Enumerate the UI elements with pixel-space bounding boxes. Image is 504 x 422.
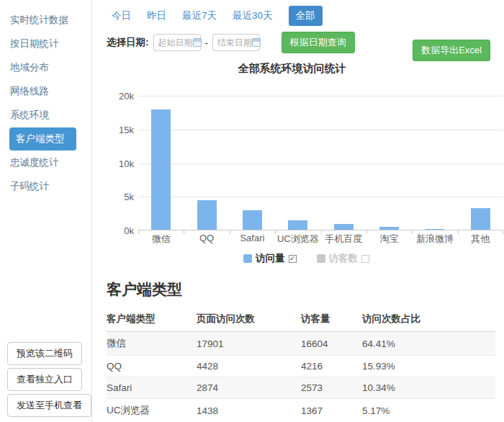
tab-2[interactable]: 最近7天	[182, 6, 217, 26]
sidebar-footer-button-0[interactable]: 预览该二维码	[7, 342, 82, 365]
sidebar-item-6[interactable]: 忠诚度统计	[0, 151, 91, 174]
x-axis-category-label-1: QQ	[184, 233, 229, 246]
y-axis-tick-label: 20k	[107, 91, 134, 102]
calendar-icon[interactable]	[252, 38, 261, 47]
x-axis-category-label-7: 其他	[458, 233, 503, 246]
sidebar-footer-button-1[interactable]: 查看独立入口	[7, 368, 82, 391]
calendar-icon[interactable]	[193, 38, 202, 47]
x-axis-category-label-4: 手机百度	[321, 233, 366, 246]
tab-3[interactable]: 最近30天	[233, 6, 273, 26]
export-excel-button[interactable]: 数据导出Excel	[413, 40, 490, 61]
table-column-header-0: 客户端类型	[107, 307, 197, 332]
start-date-input[interactable]: 起始日期	[153, 34, 201, 51]
table-cell-1-2: 4216	[301, 356, 362, 377]
sidebar-item-7[interactable]: 子码统计	[0, 175, 91, 198]
tab-4[interactable]: 全部	[289, 6, 323, 26]
table-cell-2-3: 10.34%	[362, 377, 495, 399]
y-axis-tick-label: 5k	[107, 192, 134, 202]
table-cell-3-3: 5.17%	[362, 399, 495, 422]
legend-checkbox-icon[interactable]	[361, 255, 369, 263]
legend-swatch-icon	[317, 254, 325, 263]
date-filter-label: 选择日期:	[107, 36, 149, 49]
table-cell-2-2: 2573	[301, 377, 362, 399]
legend-checkbox-icon[interactable]: ✓	[289, 255, 297, 263]
chart-plot-area	[138, 96, 503, 230]
x-axis-category-label-3: UC浏览器	[275, 233, 320, 246]
x-axis-category-label-5: 淘宝	[366, 233, 412, 246]
bar-2[interactable]	[243, 210, 262, 230]
table-cell-0-3: 64.41%	[362, 332, 495, 356]
bar-7[interactable]	[471, 208, 490, 230]
chart-title: 全部系统环境访问统计	[109, 62, 474, 76]
table-cell-1-0: QQ	[107, 356, 197, 377]
sidebar-item-4[interactable]: 系统环境	[0, 104, 91, 127]
bar-5[interactable]	[379, 227, 399, 230]
chart-x-axis-labels: 微信QQSafariUC浏览器手机百度淘宝新浪微博其他	[138, 233, 503, 246]
date-filter: 选择日期: 起始日期 - 结束日期 根据日期查询	[107, 32, 355, 53]
legend-swatch-icon	[243, 254, 252, 263]
table-column-header-1: 页面访问次数	[197, 307, 301, 332]
sidebar-item-2[interactable]: 地域分布	[0, 56, 91, 79]
table-cell-0-2: 16604	[301, 332, 362, 356]
main-content: 今日昨日最近7天最近30天全部 选择日期: 起始日期 - 结束日期 根据日期查询…	[92, 0, 504, 422]
table-cell-3-0: UC浏览器	[107, 399, 197, 422]
table-cell-1-1: 4428	[197, 356, 301, 377]
legend-item-1[interactable]: 访客数	[317, 252, 370, 265]
table-cell-3-1: 1438	[197, 399, 301, 422]
legend-label-1: 访客数	[329, 252, 359, 265]
table-column-header-2: 访客量	[301, 307, 362, 332]
table-cell-3-2: 1367	[301, 399, 362, 422]
table-cell-2-1: 2874	[197, 377, 301, 399]
bar-6[interactable]	[425, 229, 444, 230]
end-date-input[interactable]: 结束日期	[212, 34, 260, 51]
bar-3[interactable]	[288, 220, 307, 230]
y-axis-tick-label: 0k	[107, 225, 134, 236]
x-axis-category-label-6: 新浪微博	[412, 233, 457, 246]
date-range-tabs: 今日昨日最近7天最近30天全部	[112, 6, 323, 26]
table-header-row: 客户端类型页面访问次数访客量访问次数占比	[107, 307, 495, 332]
date-separator: -	[205, 37, 208, 48]
bar-chart: 微信QQSafariUC浏览器手机百度淘宝新浪微博其他 0k5k10k15k20…	[107, 90, 503, 250]
chart-legend: 访问量✓访客数	[124, 252, 489, 265]
analytics-page: 实时统计数据按日期统计地域分布网络线路系统环境客户端类型忠诚度统计子码统计 预览…	[0, 0, 504, 422]
sidebar: 实时统计数据按日期统计地域分布网络线路系统环境客户端类型忠诚度统计子码统计 预览…	[0, 0, 92, 422]
chart-gridline	[138, 96, 503, 96]
tab-1[interactable]: 昨日	[147, 6, 166, 26]
chart-gridline	[138, 197, 503, 197]
bar-1[interactable]	[197, 200, 217, 230]
section-heading: 客户端类型	[107, 279, 182, 300]
legend-item-0[interactable]: 访问量✓	[243, 252, 297, 265]
start-date-placeholder: 起始日期	[158, 37, 193, 49]
sidebar-footer-button-2[interactable]: 发送至手机查看	[7, 394, 91, 417]
bar-0[interactable]	[151, 109, 171, 230]
table-cell-0-1: 17901	[197, 332, 301, 356]
table-cell-1-3: 15.93%	[362, 356, 495, 377]
y-axis-tick-label: 10k	[107, 158, 134, 169]
sidebar-item-1[interactable]: 按日期统计	[0, 32, 91, 55]
y-axis-tick-label: 15k	[107, 124, 134, 135]
x-axis-category-label-2: Safari	[230, 233, 275, 246]
client-type-table: 客户端类型页面访问次数访客量访问次数占比 微信179011660464.41%Q…	[107, 307, 495, 422]
table-row: 微信179011660464.41%	[107, 332, 495, 356]
sidebar-nav: 实时统计数据按日期统计地域分布网络线路系统环境客户端类型忠诚度统计子码统计	[0, 0, 91, 198]
table-cell-0-0: 微信	[107, 332, 197, 356]
table-column-header-3: 访问次数占比	[362, 307, 495, 332]
chart-gridline	[138, 163, 503, 164]
sidebar-item-3[interactable]: 网络线路	[0, 80, 91, 103]
tab-0[interactable]: 今日	[112, 6, 131, 26]
sidebar-footer: 预览该二维码查看独立入口发送至手机查看	[7, 342, 91, 417]
end-date-placeholder: 结束日期	[217, 37, 252, 49]
bar-4[interactable]	[334, 224, 354, 230]
table-row: Safari2874257310.34%	[107, 377, 495, 399]
sidebar-item-5[interactable]: 客户端类型	[9, 127, 76, 151]
chart-gridline	[138, 130, 503, 130]
x-axis-category-label-0: 微信	[138, 233, 184, 246]
table-cell-2-0: Safari	[107, 377, 197, 399]
table-row: QQ4428421615.93%	[107, 356, 495, 377]
sidebar-item-0[interactable]: 实时统计数据	[0, 9, 91, 32]
query-by-date-button[interactable]: 根据日期查询	[282, 32, 355, 53]
legend-label-0: 访问量	[256, 252, 285, 265]
table-row: UC浏览器143813675.17%	[107, 399, 495, 422]
